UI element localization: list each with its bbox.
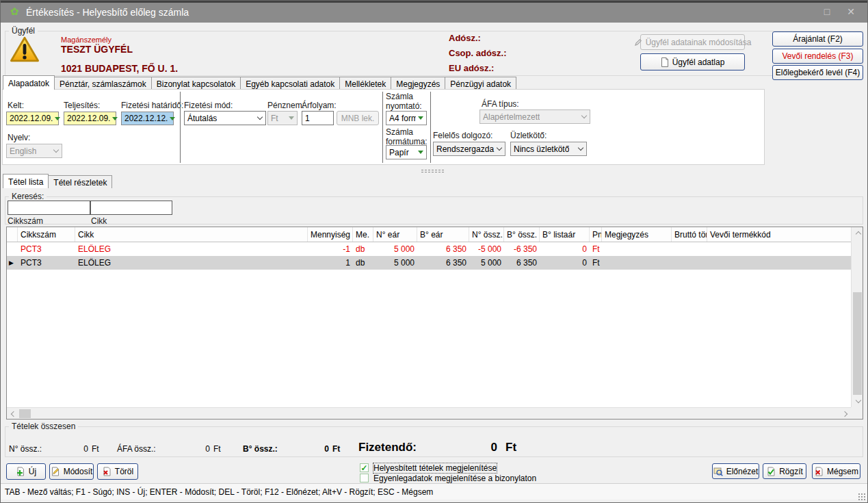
- customer-modify-button[interactable]: Ügyfél adatainak módosítása: [640, 34, 745, 50]
- maximize-button[interactable]: □: [817, 5, 837, 18]
- nyomtato-label-line1: Számla: [386, 92, 413, 101]
- scroll-right-icon: [841, 411, 847, 416]
- net-total-currency: Ft: [92, 444, 99, 454]
- uzletkoto-combo[interactable]: Nincs üzletkötő: [510, 142, 587, 156]
- afa-combo[interactable]: Alapértelmezett: [479, 109, 590, 124]
- table-cell: 6 350: [417, 244, 469, 254]
- vertical-scrollbar[interactable]: [851, 227, 863, 407]
- payable-currency: Ft: [505, 441, 516, 454]
- balance-data-checkbox[interactable]: [360, 474, 369, 482]
- column-header[interactable]: Cikk: [75, 227, 308, 242]
- cancel-button-label: Mégsem: [827, 467, 858, 476]
- close-icon: ✕: [847, 6, 855, 17]
- save-button[interactable]: Rögzít: [763, 463, 806, 479]
- corrected-items-checkbox[interactable]: ✓: [360, 463, 369, 472]
- arfolyam-input[interactable]: [302, 111, 334, 125]
- table-row[interactable]: PCT3 ELŐLEG -1 db 5 000 6 350 -5 000 -6 …: [7, 242, 851, 256]
- scroll-left-button[interactable]: [7, 408, 18, 420]
- chevron-down-icon: [497, 145, 502, 151]
- table-cell: 1: [308, 258, 353, 268]
- balance-data-checkbox-label[interactable]: Egyenlegadatok megjelenítése a bizonylat…: [373, 474, 536, 483]
- column-header[interactable]: N° össz.: [469, 227, 504, 242]
- net-total-value: 0: [42, 444, 88, 454]
- column-header[interactable]: B° listaár: [540, 227, 590, 242]
- dropdown-arrow-icon: [418, 116, 423, 120]
- table-row-selected[interactable]: ▶ PCT3 ELŐLEG 1 db 5 000 6 350 5 000 6 3…: [7, 256, 851, 270]
- column-header[interactable]: Vevői termékkód: [707, 227, 851, 242]
- dropdown-arrow-icon: [289, 116, 294, 120]
- nyomtato-combo[interactable]: A4 formá: [386, 111, 427, 125]
- eu-tax-number-label: EU adósz.:: [449, 63, 494, 73]
- scroll-right-button[interactable]: [839, 408, 851, 420]
- delete-button[interactable]: Töröl: [97, 463, 138, 480]
- close-button[interactable]: ✕: [841, 5, 861, 18]
- new-button[interactable]: Új: [6, 463, 46, 480]
- column-header[interactable]: N° eár: [373, 227, 417, 242]
- tab-bizonylat-kapcsolatok[interactable]: Bizonylat kapcsolatok: [151, 77, 241, 90]
- gross-total-currency: Ft: [332, 444, 340, 454]
- search-cikk-label: Cikk: [91, 216, 107, 226]
- felelos-combo[interactable]: Rendszergazda Gé: [433, 142, 505, 156]
- vat-total-value: 0: [157, 444, 210, 454]
- form-separator: [430, 92, 431, 163]
- tab-tetel-reszletek[interactable]: Tétel részletek: [48, 175, 112, 188]
- preview-icon: [713, 467, 723, 476]
- table-cell: 0: [540, 244, 590, 254]
- fizmod-label: Fizetési mód:: [184, 101, 233, 110]
- scroll-up-button[interactable]: [852, 227, 863, 239]
- tab-penztar-szamlaszamok[interactable]: Pénztár, számlaszámok: [54, 77, 152, 90]
- check-icon: ✓: [360, 465, 367, 472]
- corrected-items-checkbox-label[interactable]: Helyesbített tételek megjelenítése: [373, 463, 497, 473]
- vertical-scrollbar-thumb[interactable]: [853, 292, 862, 395]
- column-header[interactable]: Cikkszám: [18, 227, 75, 242]
- table-cell: db: [353, 244, 373, 254]
- column-header[interactable]: Megjegyzés: [602, 227, 672, 242]
- tab-label: Tétel részletek: [53, 178, 107, 188]
- new-item-icon: [16, 467, 25, 476]
- afa-value: Alapértelmezett: [483, 112, 540, 122]
- hatarido-datefield[interactable]: 2022.12.12.: [121, 112, 174, 125]
- column-header[interactable]: Pn.: [590, 227, 602, 242]
- search-cikk-input[interactable]: [90, 201, 172, 215]
- scroll-down-button[interactable]: [852, 396, 863, 407]
- splitter-handle[interactable]: [421, 169, 444, 173]
- formatum-combo[interactable]: Papír: [386, 145, 427, 159]
- column-header[interactable]: Me.: [353, 227, 373, 242]
- tab-mellekletek[interactable]: Mellékletek: [339, 77, 391, 90]
- teljesites-datefield[interactable]: 2022.12.09.: [64, 112, 116, 125]
- column-header[interactable]: B° össz.: [504, 227, 540, 242]
- table-cell: ELŐLEG: [75, 258, 308, 268]
- tab-penzugyi-adatok[interactable]: Pénzügyi adatok: [445, 77, 516, 90]
- column-header[interactable]: Mennyiség: [308, 227, 353, 242]
- modify-button[interactable]: Módosít: [49, 463, 94, 480]
- column-header[interactable]: Bruttó tömeg: [672, 227, 707, 242]
- table-cell: ELŐLEG: [75, 244, 308, 254]
- mnb-button[interactable]: MNB lek.: [337, 111, 379, 125]
- tab-tetel-lista[interactable]: Tétel lista: [3, 174, 49, 188]
- customer-order-button[interactable]: Vevői rendelés (F3): [772, 49, 863, 64]
- main-tabstrip: Alapadatok Pénztár, számlaszámok Bizonyl…: [3, 75, 516, 90]
- search-cikkszam-input[interactable]: [8, 201, 90, 215]
- horizontal-scrollbar-thumb[interactable]: [19, 409, 31, 418]
- customer-datasheet-button[interactable]: Ügyfél adatlap: [640, 53, 745, 70]
- advance-request-button[interactable]: Előlegbekérő levél (F4): [772, 65, 863, 80]
- quote-button[interactable]: Árajánlat (F2): [772, 31, 863, 47]
- tab-label: Tétel lista: [8, 177, 43, 187]
- tab-alapadatok[interactable]: Alapadatok: [3, 75, 55, 90]
- resize-grip[interactable]: [858, 493, 866, 501]
- kelt-datefield[interactable]: 2022.12.09.: [6, 112, 59, 125]
- column-header[interactable]: B° eár: [417, 227, 469, 242]
- horizontal-scrollbar[interactable]: [7, 407, 851, 419]
- nyelv-label: Nyelv:: [8, 133, 30, 142]
- nyelv-combo[interactable]: English: [6, 144, 62, 158]
- titlebar: ✿ Értékesítés - Helyesbítő előleg számla…: [1, 1, 867, 23]
- gross-total-label: B° össz.:: [243, 444, 278, 454]
- chevron-down-icon: [578, 145, 583, 151]
- cancel-button[interactable]: Mégsem: [812, 463, 860, 479]
- tab-egyeb-kapcsolati-adatok[interactable]: Egyéb kapcsolati adatok: [240, 77, 340, 90]
- preview-button[interactable]: Előnézet: [712, 463, 759, 479]
- formatum-label: Számla formátuma:: [386, 127, 428, 146]
- tab-megjegyzes[interactable]: Megjegyzés: [391, 77, 445, 90]
- penznem-combo[interactable]: Ft: [267, 111, 298, 125]
- fizmod-combo[interactable]: Átutalás: [184, 111, 266, 125]
